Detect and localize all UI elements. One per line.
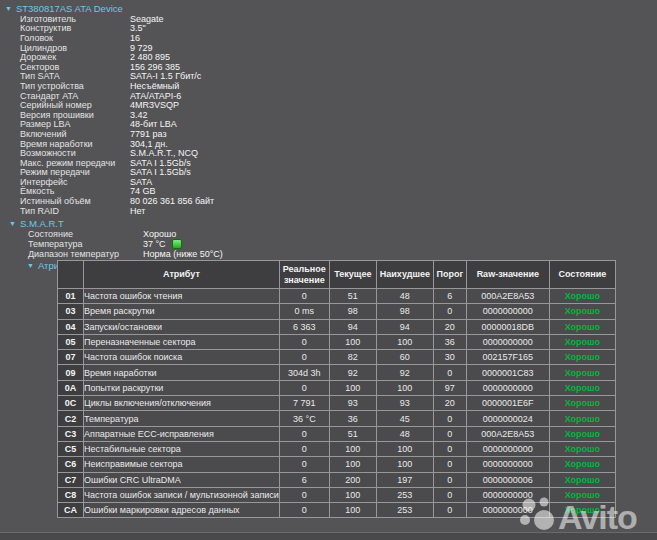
- status-cell: Хорошо: [549, 487, 615, 502]
- real-value-cell: 0: [279, 457, 329, 472]
- raw-value-cell: 0000000000: [466, 503, 549, 518]
- collapse-triangle-icon: ▼: [5, 5, 12, 12]
- property-label: Конструктив: [0, 23, 130, 33]
- property-value: 7791 раз: [130, 129, 167, 139]
- status-cell: Хорошо: [549, 365, 615, 380]
- threshold-cell: 0: [433, 472, 466, 487]
- threshold-cell: 0: [433, 304, 466, 319]
- threshold-cell: 0: [433, 441, 466, 456]
- property-label: Макс. режим передачи: [0, 158, 130, 168]
- device-title: ST380817AS ATA Device: [16, 3, 123, 14]
- column-header-real-value: Реальное значение: [279, 261, 329, 289]
- attribute-id-cell: C8: [58, 487, 84, 502]
- real-value-cell: 6 363: [279, 319, 329, 334]
- property-label: Тип RAID: [0, 206, 130, 216]
- attribute-id-cell: C5: [58, 441, 84, 456]
- property-value: 48-бит LBA: [130, 119, 177, 129]
- raw-value-cell: 0000000000: [466, 441, 549, 456]
- worst-value-cell: 100: [376, 457, 433, 472]
- table-row[interactable]: 01Частота ошибок чтения051486000A2E8A53Х…: [58, 289, 616, 304]
- column-header-status: Состояние: [549, 261, 615, 289]
- table-row[interactable]: 0AПопытки раскрутки0100100970000000000Хо…: [58, 380, 616, 395]
- attribute-id-cell: 05: [58, 334, 84, 349]
- status-cell: Хорошо: [549, 396, 615, 411]
- column-header-current: Текущее: [329, 261, 376, 289]
- worst-value-cell: 253: [376, 503, 433, 518]
- property-label: Температура: [0, 239, 143, 249]
- raw-value-cell: 0000000000: [466, 304, 549, 319]
- property-label: Диапазон температур: [0, 249, 143, 259]
- table-row[interactable]: 09Время наработки304d 3h929200000001C83Х…: [58, 365, 616, 380]
- property-label: Режим передачи: [0, 167, 130, 177]
- status-cell: Хорошо: [549, 319, 615, 334]
- table-row[interactable]: CAОшибки маркировки адресов данных010025…: [58, 503, 616, 518]
- raw-value-cell: 000A2E8A53: [466, 289, 549, 304]
- property-label: Возможности: [0, 148, 130, 158]
- threshold-cell: 0: [433, 411, 466, 426]
- attribute-id-cell: 09: [58, 365, 84, 380]
- property-row: Цилиндров9 729: [0, 43, 420, 53]
- table-row[interactable]: 0CЦиклы включения/отключения7 7919393200…: [58, 396, 616, 411]
- threshold-cell: 20: [433, 319, 466, 334]
- worst-value-cell: 100: [376, 380, 433, 395]
- property-value: 37 °C: [143, 239, 166, 249]
- worst-value-cell: 94: [376, 319, 433, 334]
- property-label: Состояние: [0, 229, 143, 239]
- table-row[interactable]: 03Время раскрутки0 ms989800000000000Хоро…: [58, 304, 616, 319]
- property-value: 80 026 361 856 байт: [130, 196, 214, 206]
- attribute-name-cell: Попытки раскрутки: [84, 380, 280, 395]
- property-label: Секторов: [0, 62, 130, 72]
- attribute-name-cell: Время раскрутки: [84, 304, 280, 319]
- property-row: Время наработки304,1 дн.: [0, 139, 420, 149]
- property-row: ИзготовительSeagate: [0, 14, 420, 24]
- threshold-cell: 97: [433, 380, 466, 395]
- table-row[interactable]: C3Аппаратные ECC-исправления051480000A2E…: [58, 426, 616, 441]
- worst-value-cell: 253: [376, 487, 433, 502]
- worst-value-cell: 100: [376, 334, 433, 349]
- table-row[interactable]: C7Ошибки CRC UltraDMA620019700000000006Х…: [58, 472, 616, 487]
- property-label: Стандарт ATA: [0, 91, 130, 101]
- table-row[interactable]: C6Неисправимые сектора010010000000000000…: [58, 457, 616, 472]
- table-row[interactable]: 04Запуски/остановки6 36394942000000018DB…: [58, 319, 616, 334]
- raw-value-cell: 0000000000: [466, 457, 549, 472]
- current-value-cell: 36: [329, 411, 376, 426]
- property-value: 3.5": [130, 23, 146, 33]
- attribute-name-cell: Нестабильные сектора: [84, 441, 280, 456]
- worst-value-cell: 98: [376, 304, 433, 319]
- property-value: 3.42: [130, 110, 148, 120]
- real-value-cell: 0: [279, 503, 329, 518]
- property-label: Головок: [0, 33, 130, 43]
- status-cell: Хорошо: [549, 380, 615, 395]
- property-row: ИнтерфейсSATA: [0, 177, 420, 187]
- smart-node-title[interactable]: ▼ S.M.A.R.T: [0, 218, 420, 229]
- status-cell: Хорошо: [549, 457, 615, 472]
- attribute-id-cell: 03: [58, 304, 84, 319]
- threshold-cell: 36: [433, 334, 466, 349]
- raw-value-cell: 0000000024: [466, 411, 549, 426]
- property-row: Включений7791 раз: [0, 129, 420, 139]
- property-row: Версия прошивки3.42: [0, 110, 420, 120]
- table-row[interactable]: 05Переназначенные сектора010010036000000…: [58, 334, 616, 349]
- raw-value-cell: 0000001E6F: [466, 396, 549, 411]
- column-header-threshold: Порог: [433, 261, 466, 289]
- device-node-title[interactable]: ▼ ST380817AS ATA Device: [0, 3, 420, 14]
- property-label: Размер LBA: [0, 119, 130, 129]
- current-value-cell: 100: [329, 441, 376, 456]
- property-row: Размер LBA48-бит LBA: [0, 120, 420, 130]
- worst-value-cell: 48: [376, 289, 433, 304]
- table-row[interactable]: C8Частота ошибок записи / мультизонной з…: [58, 487, 616, 502]
- property-row: Тип RAIDНет: [0, 206, 420, 216]
- table-row[interactable]: 07Частота ошибок поиска0826030002157F165…: [58, 350, 616, 365]
- real-value-cell: 36 °C: [279, 411, 329, 426]
- worst-value-cell: 100: [376, 441, 433, 456]
- attribute-name-cell: Переназначенные сектора: [84, 334, 280, 349]
- current-value-cell: 100: [329, 380, 376, 395]
- attribute-name-cell: Запуски/остановки: [84, 319, 280, 334]
- current-value-cell: 100: [329, 334, 376, 349]
- property-value: 156 296 385: [130, 62, 180, 72]
- worst-value-cell: 197: [376, 472, 433, 487]
- table-row[interactable]: C5Нестабильные сектора010010000000000000…: [58, 441, 616, 456]
- current-value-cell: 100: [329, 503, 376, 518]
- table-row[interactable]: C2Температура36 °C364500000000024Хорошо: [58, 411, 616, 426]
- property-label: Включений: [0, 129, 130, 139]
